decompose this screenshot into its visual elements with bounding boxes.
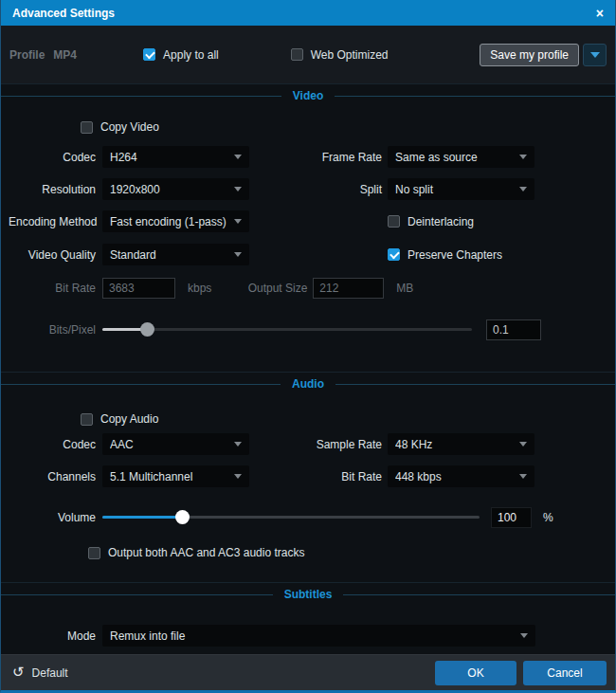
- sample-rate-dropdown[interactable]: 48 KHz: [388, 433, 534, 455]
- chevron-down-icon: [234, 155, 242, 159]
- preserve-chapters-checkbox[interactable]: [388, 248, 400, 261]
- chevron-down-icon: [519, 442, 527, 447]
- split-label: Split: [249, 183, 382, 196]
- volume-input[interactable]: [491, 507, 532, 528]
- resolution-dropdown[interactable]: 1920x800: [102, 178, 249, 200]
- close-icon[interactable]: ×: [596, 7, 604, 20]
- copy-video-label: Copy Video: [100, 120, 159, 134]
- dialog-title: Advanced Settings: [12, 7, 115, 20]
- subtitles-section-title: Subtitles: [1, 587, 615, 602]
- chevron-down-icon: [234, 187, 242, 191]
- video-section-title: Video: [1, 88, 615, 103]
- reset-icon: ↺: [12, 666, 25, 680]
- chevron-down-icon: [520, 633, 528, 638]
- bits-pixel-slider[interactable]: [102, 322, 472, 337]
- web-optimized-checkbox[interactable]: [291, 48, 303, 61]
- video-quality-label: Video Quality: [9, 248, 96, 262]
- footer-bar: ↺ Default OK Cancel: [1, 654, 615, 690]
- audio-section: Audio Copy Audio Codec AAC Sample Rate 4…: [1, 372, 615, 582]
- encoding-method-dropdown[interactable]: Fast encoding (1-pass): [102, 210, 249, 232]
- profile-label: Profile: [9, 48, 45, 62]
- video-quality-dropdown[interactable]: Standard: [102, 244, 249, 265]
- volume-unit: %: [543, 511, 553, 524]
- copy-audio-label: Copy Audio: [100, 412, 158, 426]
- audio-codec-dropdown[interactable]: AAC: [102, 433, 249, 455]
- output-size-input[interactable]: [313, 278, 384, 299]
- subtitle-mode-dropdown[interactable]: Remux into file: [102, 625, 535, 647]
- chevron-down-icon: [234, 474, 242, 479]
- bits-pixel-label: Bits/Pixel: [9, 323, 96, 337]
- channels-label: Channels: [9, 470, 96, 483]
- chevron-down-icon: [590, 52, 600, 58]
- chevron-down-icon: [234, 442, 242, 447]
- volume-slider[interactable]: [102, 510, 480, 524]
- audio-bit-rate-label: Bit Rate: [249, 470, 382, 483]
- preserve-chapters-label: Preserve Chapters: [408, 248, 502, 262]
- chevron-down-icon: [519, 187, 527, 191]
- default-reset-button[interactable]: ↺ Default: [12, 666, 68, 680]
- slider-handle[interactable]: [175, 510, 190, 524]
- subtitle-mode-value: Remux into file: [110, 629, 520, 643]
- output-size-label: Output Size: [211, 282, 307, 295]
- sample-rate-label: Sample Rate: [249, 438, 382, 451]
- video-bit-rate-input[interactable]: [102, 278, 175, 299]
- encoding-method-value: Fast encoding (1-pass): [110, 215, 234, 228]
- frame-rate-label: Frame Rate: [249, 151, 382, 164]
- deinterlacing-label: Deinterlacing: [408, 215, 474, 228]
- sample-rate-value: 48 KHz: [395, 438, 519, 451]
- apply-to-all-label: Apply to all: [163, 48, 219, 62]
- apply-to-all-checkbox[interactable]: [143, 48, 155, 61]
- video-quality-value: Standard: [110, 248, 234, 262]
- frame-rate-value: Same as source: [395, 151, 519, 164]
- video-codec-label: Codec: [9, 151, 96, 164]
- video-section: Video Copy Video Codec H264 Frame Rate S…: [1, 83, 615, 372]
- output-both-tracks-label: Output both AAC and AC3 audio tracks: [108, 546, 304, 559]
- frame-rate-dropdown[interactable]: Same as source: [388, 146, 534, 168]
- profile-row: Profile MP4 Apply to all Web Optimized S…: [1, 26, 615, 83]
- split-dropdown[interactable]: No split: [388, 178, 534, 200]
- channels-dropdown[interactable]: 5.1 Multichannel: [102, 465, 249, 487]
- subtitles-section: Subtitles Mode Remux into file: [1, 582, 615, 654]
- video-bit-rate-label: Bit Rate: [9, 282, 96, 295]
- slider-track[interactable]: [102, 328, 472, 331]
- chevron-down-icon: [234, 219, 242, 224]
- copy-audio-checkbox[interactable]: [81, 413, 93, 426]
- channels-value: 5.1 Multichannel: [110, 470, 234, 483]
- volume-label: Volume: [9, 511, 96, 524]
- chevron-down-icon: [519, 474, 527, 479]
- audio-section-title: Audio: [1, 376, 615, 392]
- video-bit-rate-unit: kbps: [188, 282, 211, 295]
- titlebar: Advanced Settings ×: [1, 0, 615, 26]
- video-codec-dropdown[interactable]: H264: [102, 146, 249, 168]
- video-codec-value: H264: [110, 151, 234, 164]
- ok-button[interactable]: OK: [435, 661, 516, 685]
- output-size-unit: MB: [396, 282, 413, 295]
- save-profile-menu-button[interactable]: [583, 44, 607, 66]
- default-label: Default: [32, 666, 68, 680]
- encoding-method-label: Encoding Method: [9, 215, 96, 228]
- audio-codec-value: AAC: [110, 438, 234, 451]
- profile-value: MP4: [53, 48, 77, 62]
- advanced-settings-dialog: Advanced Settings × Profile MP4 Apply to…: [0, 0, 616, 693]
- resolution-label: Resolution: [9, 183, 96, 196]
- audio-bit-rate-value: 448 kbps: [395, 470, 519, 483]
- save-my-profile-button[interactable]: Save my profile: [480, 44, 579, 66]
- bits-pixel-input[interactable]: [486, 319, 541, 340]
- resolution-value: 1920x800: [110, 183, 234, 196]
- copy-video-checkbox[interactable]: [81, 121, 93, 134]
- slider-handle[interactable]: [140, 322, 154, 337]
- audio-bit-rate-dropdown[interactable]: 448 kbps: [388, 465, 534, 487]
- subtitle-mode-label: Mode: [9, 629, 96, 643]
- chevron-down-icon: [519, 155, 527, 159]
- cancel-button[interactable]: Cancel: [523, 661, 607, 685]
- deinterlacing-checkbox[interactable]: [388, 215, 400, 228]
- audio-codec-label: Codec: [9, 438, 96, 451]
- slider-fill: [102, 516, 182, 519]
- output-both-tracks-checkbox[interactable]: [88, 547, 100, 559]
- web-optimized-label: Web Optimized: [311, 48, 389, 62]
- chevron-down-icon: [234, 252, 242, 257]
- split-value: No split: [395, 183, 519, 196]
